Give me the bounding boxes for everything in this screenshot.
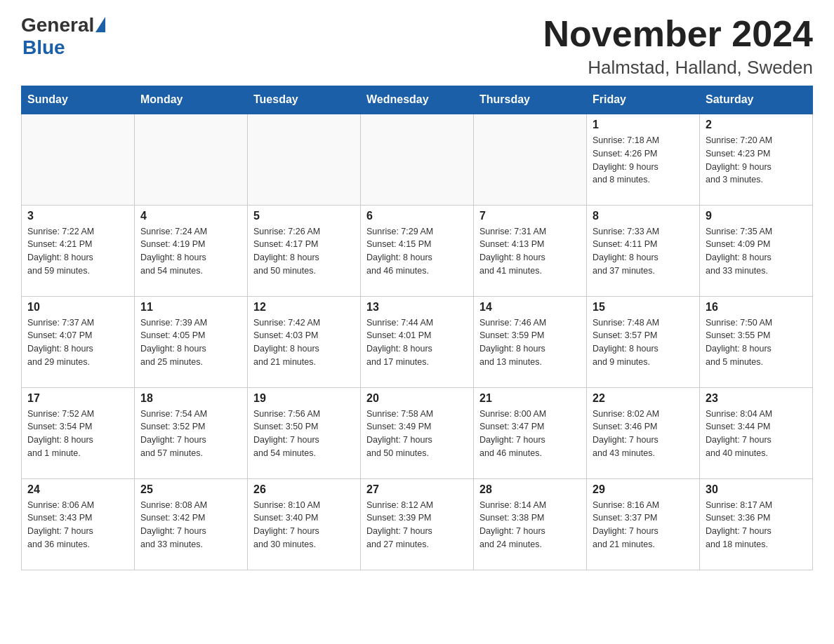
- calendar-header-thursday: Thursday: [474, 86, 587, 114]
- day-number: 30: [706, 483, 807, 496]
- calendar-cell: 21Sunrise: 8:00 AM Sunset: 3:47 PM Dayli…: [474, 387, 587, 478]
- day-number: 8: [593, 210, 694, 222]
- day-number: 5: [253, 210, 355, 222]
- day-info: Sunrise: 7:50 AM Sunset: 3:55 PM Dayligh…: [706, 316, 807, 369]
- day-info: Sunrise: 7:54 AM Sunset: 3:52 PM Dayligh…: [140, 408, 241, 460]
- day-number: 3: [27, 210, 128, 222]
- day-info: Sunrise: 7:22 AM Sunset: 4:21 PM Dayligh…: [27, 225, 128, 278]
- day-number: 15: [593, 301, 694, 314]
- calendar-cell: [474, 114, 587, 205]
- calendar-header-sunday: Sunday: [22, 86, 135, 114]
- calendar-cell: 2Sunrise: 7:20 AM Sunset: 4:23 PM Daylig…: [700, 114, 813, 205]
- day-info: Sunrise: 7:42 AM Sunset: 4:03 PM Dayligh…: [253, 316, 355, 369]
- day-number: 13: [366, 301, 468, 314]
- day-number: 17: [27, 392, 128, 405]
- day-number: 6: [366, 210, 468, 222]
- day-info: Sunrise: 8:06 AM Sunset: 3:43 PM Dayligh…: [27, 499, 128, 551]
- calendar-header-tuesday: Tuesday: [248, 86, 361, 114]
- day-number: 26: [253, 483, 355, 496]
- calendar-header-monday: Monday: [135, 86, 248, 114]
- calendar-week-row: 24Sunrise: 8:06 AM Sunset: 3:43 PM Dayli…: [22, 478, 813, 570]
- calendar-week-row: 3Sunrise: 7:22 AM Sunset: 4:21 PM Daylig…: [22, 205, 813, 296]
- calendar-week-row: 10Sunrise: 7:37 AM Sunset: 4:07 PM Dayli…: [22, 296, 813, 387]
- calendar-cell: 10Sunrise: 7:37 AM Sunset: 4:07 PM Dayli…: [22, 296, 135, 387]
- calendar-cell: 18Sunrise: 7:54 AM Sunset: 3:52 PM Dayli…: [135, 387, 248, 478]
- calendar-cell: 23Sunrise: 8:04 AM Sunset: 3:44 PM Dayli…: [700, 387, 813, 478]
- day-number: 25: [140, 483, 241, 496]
- calendar-cell: 14Sunrise: 7:46 AM Sunset: 3:59 PM Dayli…: [474, 296, 587, 387]
- calendar-cell: 3Sunrise: 7:22 AM Sunset: 4:21 PM Daylig…: [22, 205, 135, 296]
- calendar-cell: 25Sunrise: 8:08 AM Sunset: 3:42 PM Dayli…: [135, 478, 248, 570]
- calendar-week-row: 17Sunrise: 7:52 AM Sunset: 3:54 PM Dayli…: [22, 387, 813, 478]
- logo: General Blue: [21, 14, 105, 59]
- calendar-cell: 9Sunrise: 7:35 AM Sunset: 4:09 PM Daylig…: [700, 205, 813, 296]
- logo-blue-text: Blue: [22, 36, 65, 59]
- calendar-header-wednesday: Wednesday: [361, 86, 474, 114]
- day-number: 24: [27, 483, 128, 496]
- day-info: Sunrise: 7:46 AM Sunset: 3:59 PM Dayligh…: [479, 316, 581, 369]
- day-number: 23: [706, 392, 807, 405]
- day-number: 20: [366, 392, 468, 405]
- day-info: Sunrise: 7:44 AM Sunset: 4:01 PM Dayligh…: [366, 316, 468, 369]
- page-header: General Blue November 2024 Halmstad, Hal…: [21, 14, 813, 79]
- day-info: Sunrise: 8:10 AM Sunset: 3:40 PM Dayligh…: [253, 499, 355, 551]
- calendar-cell: 24Sunrise: 8:06 AM Sunset: 3:43 PM Dayli…: [22, 478, 135, 570]
- day-info: Sunrise: 8:08 AM Sunset: 3:42 PM Dayligh…: [140, 499, 241, 551]
- day-number: 1: [593, 119, 694, 131]
- day-info: Sunrise: 8:04 AM Sunset: 3:44 PM Dayligh…: [706, 408, 807, 460]
- calendar-cell: 19Sunrise: 7:56 AM Sunset: 3:50 PM Dayli…: [248, 387, 361, 478]
- day-number: 7: [479, 210, 581, 222]
- calendar-cell: 11Sunrise: 7:39 AM Sunset: 4:05 PM Dayli…: [135, 296, 248, 387]
- day-info: Sunrise: 7:20 AM Sunset: 4:23 PM Dayligh…: [706, 134, 807, 187]
- day-info: Sunrise: 7:35 AM Sunset: 4:09 PM Dayligh…: [706, 225, 807, 278]
- day-number: 2: [706, 119, 807, 131]
- day-info: Sunrise: 7:24 AM Sunset: 4:19 PM Dayligh…: [140, 225, 241, 278]
- calendar-cell: 22Sunrise: 8:02 AM Sunset: 3:46 PM Dayli…: [587, 387, 700, 478]
- day-number: 14: [479, 301, 581, 314]
- calendar-cell: 30Sunrise: 8:17 AM Sunset: 3:36 PM Dayli…: [700, 478, 813, 570]
- calendar-week-row: 1Sunrise: 7:18 AM Sunset: 4:26 PM Daylig…: [22, 114, 813, 205]
- day-number: 11: [140, 301, 241, 314]
- calendar-header-saturday: Saturday: [700, 86, 813, 114]
- calendar-cell: 7Sunrise: 7:31 AM Sunset: 4:13 PM Daylig…: [474, 205, 587, 296]
- day-number: 10: [27, 301, 128, 314]
- day-info: Sunrise: 8:02 AM Sunset: 3:46 PM Dayligh…: [593, 408, 694, 460]
- day-info: Sunrise: 8:17 AM Sunset: 3:36 PM Dayligh…: [706, 499, 807, 551]
- calendar-cell: 4Sunrise: 7:24 AM Sunset: 4:19 PM Daylig…: [135, 205, 248, 296]
- day-number: 27: [366, 483, 468, 496]
- day-number: 18: [140, 392, 241, 405]
- month-title: November 2024: [543, 14, 813, 54]
- calendar-cell: 26Sunrise: 8:10 AM Sunset: 3:40 PM Dayli…: [248, 478, 361, 570]
- day-number: 4: [140, 210, 241, 222]
- location-title: Halmstad, Halland, Sweden: [543, 57, 813, 79]
- day-info: Sunrise: 7:37 AM Sunset: 4:07 PM Dayligh…: [27, 316, 128, 369]
- calendar-cell: 20Sunrise: 7:58 AM Sunset: 3:49 PM Dayli…: [361, 387, 474, 478]
- day-info: Sunrise: 7:33 AM Sunset: 4:11 PM Dayligh…: [593, 225, 694, 278]
- day-number: 9: [706, 210, 807, 222]
- day-info: Sunrise: 7:56 AM Sunset: 3:50 PM Dayligh…: [253, 408, 355, 460]
- logo-general-text: General: [21, 14, 94, 36]
- logo-triangle-icon: [95, 17, 105, 32]
- day-info: Sunrise: 7:18 AM Sunset: 4:26 PM Dayligh…: [593, 134, 694, 187]
- day-number: 16: [706, 301, 807, 314]
- calendar-cell: 16Sunrise: 7:50 AM Sunset: 3:55 PM Dayli…: [700, 296, 813, 387]
- day-info: Sunrise: 8:12 AM Sunset: 3:39 PM Dayligh…: [366, 499, 468, 551]
- calendar-cell: 1Sunrise: 7:18 AM Sunset: 4:26 PM Daylig…: [587, 114, 700, 205]
- day-info: Sunrise: 8:14 AM Sunset: 3:38 PM Dayligh…: [479, 499, 581, 551]
- day-info: Sunrise: 7:52 AM Sunset: 3:54 PM Dayligh…: [27, 408, 128, 460]
- day-info: Sunrise: 7:39 AM Sunset: 4:05 PM Dayligh…: [140, 316, 241, 369]
- calendar-cell: [22, 114, 135, 205]
- calendar-header-friday: Friday: [587, 86, 700, 114]
- day-number: 21: [479, 392, 581, 405]
- calendar-cell: [248, 114, 361, 205]
- day-info: Sunrise: 7:31 AM Sunset: 4:13 PM Dayligh…: [479, 225, 581, 278]
- calendar-cell: [361, 114, 474, 205]
- day-info: Sunrise: 8:00 AM Sunset: 3:47 PM Dayligh…: [479, 408, 581, 460]
- calendar-cell: 28Sunrise: 8:14 AM Sunset: 3:38 PM Dayli…: [474, 478, 587, 570]
- day-number: 22: [593, 392, 694, 405]
- calendar-table: SundayMondayTuesdayWednesdayThursdayFrid…: [21, 86, 813, 570]
- day-info: Sunrise: 8:16 AM Sunset: 3:37 PM Dayligh…: [593, 499, 694, 551]
- calendar-header-row: SundayMondayTuesdayWednesdayThursdayFrid…: [22, 86, 813, 114]
- calendar-cell: 5Sunrise: 7:26 AM Sunset: 4:17 PM Daylig…: [248, 205, 361, 296]
- calendar-cell: 17Sunrise: 7:52 AM Sunset: 3:54 PM Dayli…: [22, 387, 135, 478]
